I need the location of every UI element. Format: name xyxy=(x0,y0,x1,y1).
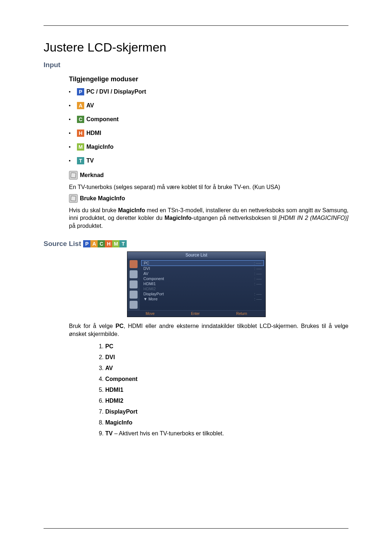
list-item: MagicInfo xyxy=(105,419,348,426)
list-item: HDMI1 xyxy=(105,387,348,393)
list-item: AV xyxy=(105,365,348,372)
osd-name: Component xyxy=(143,276,164,281)
osd-name: DisplayPort xyxy=(143,292,164,296)
mode-item-tv: T TV xyxy=(69,157,348,164)
list-label: DVI xyxy=(105,354,115,360)
mode-label: AV xyxy=(86,102,94,109)
badge-h-icon: H xyxy=(105,240,112,247)
list-text: – Aktivert hvis en TV-tunerboks er tilko… xyxy=(113,430,224,436)
osd-name: ▼ More xyxy=(143,297,158,301)
bullet-icon xyxy=(69,91,70,93)
mode-label: Component xyxy=(86,116,119,123)
mode-item-hdmi: H HDMI xyxy=(69,130,348,137)
magicinfo-header: Bruke MagicInfo xyxy=(69,194,348,203)
list-label: AV xyxy=(105,365,113,371)
note-text: En TV-tunerboks (selges separat) må være… xyxy=(69,183,348,191)
mode-label: HDMI xyxy=(86,130,101,136)
badge-c-icon: C xyxy=(77,116,84,123)
bullet-icon xyxy=(69,146,70,148)
bullet-icon xyxy=(69,132,70,134)
osd-row: Component: ---- xyxy=(141,276,264,281)
text-bold: MagicInfo xyxy=(118,207,145,213)
source-description: Bruk for å velge PC, HDMI eller andre ek… xyxy=(69,322,348,338)
list-label: PC xyxy=(105,343,113,349)
numbered-list: PC DVI AV Component HDMI1 HDMI2 DisplayP… xyxy=(94,343,348,437)
text-span: Bruk for å velge xyxy=(69,323,115,329)
list-label: HDMI1 xyxy=(105,387,123,393)
note-block: Merknad En TV-tunerboks (selges separat)… xyxy=(69,171,348,230)
osd-list: PC: ---- DVI: ---- AV: ---- Component: -… xyxy=(140,259,265,310)
badge-a-icon: A xyxy=(77,102,84,109)
osd-val: : ---- xyxy=(254,261,261,265)
osd-panel: Source List PC: ---- DVI: ---- AV: ---- … xyxy=(127,251,266,317)
osd-name: HDMI1 xyxy=(143,282,156,286)
list-item: DisplayPort xyxy=(105,409,348,415)
source-list-title: Source List xyxy=(44,240,81,248)
note-label: Merknad xyxy=(80,172,104,178)
list-item: DVI xyxy=(105,354,348,361)
bullet-icon xyxy=(69,160,70,161)
osd-screenshot: Source List PC: ---- DVI: ---- AV: ---- … xyxy=(127,251,348,317)
badge-p-icon: P xyxy=(83,240,90,247)
osd-body: PC: ---- DVI: ---- AV: ---- Component: -… xyxy=(127,259,265,310)
badge-h-icon: H xyxy=(77,130,84,137)
text-bold: PC xyxy=(115,323,123,329)
mode-item-av: A AV xyxy=(69,102,348,109)
osd-move: Move xyxy=(146,312,154,316)
text-span: Hvis du skal bruke xyxy=(69,207,118,213)
badge-m-icon: M xyxy=(77,143,84,151)
osd-row: DisplayPort: ---- xyxy=(141,291,264,296)
osd-val: : ---- xyxy=(254,282,262,286)
badge-p-icon: P xyxy=(77,88,84,95)
osd-side-icon xyxy=(130,260,138,268)
osd-name: HDMI2 xyxy=(143,287,156,291)
osd-side-icon xyxy=(130,280,138,288)
mode-item-component: C Component xyxy=(69,116,348,123)
osd-return: Return xyxy=(236,312,247,316)
note-icon xyxy=(69,171,78,180)
badge-m-icon: M xyxy=(112,240,119,247)
osd-val: : ---- xyxy=(254,276,262,281)
source-list-heading: Source List P A C H M T xyxy=(44,240,348,248)
badge-t-icon: T xyxy=(119,240,127,247)
text-italic: [HDMI IN 2 (MAGICINFO)] xyxy=(279,215,348,221)
mode-label: PC / DVI / DisplayPort xyxy=(86,89,146,95)
osd-side-icon xyxy=(130,270,138,278)
source-description-block: Bruk for å velge PC, HDMI eller andre ek… xyxy=(69,322,348,436)
osd-name: DVI xyxy=(143,266,150,271)
osd-val: : ---- xyxy=(254,271,262,276)
osd-row: AV: ---- xyxy=(141,271,264,276)
osd-val: : ---- xyxy=(254,292,262,296)
osd-enter: Enter xyxy=(191,312,200,316)
bullet-icon xyxy=(69,119,70,120)
note-icon xyxy=(69,194,78,203)
osd-val: : ---- xyxy=(254,297,262,301)
section-input: Input xyxy=(44,61,348,69)
list-item: PC xyxy=(105,343,348,350)
text-span: på produktet. xyxy=(69,223,103,229)
osd-name: PC xyxy=(144,261,149,265)
list-item: HDMI2 xyxy=(105,398,348,404)
page-title: Justere LCD-skjermen xyxy=(44,40,348,54)
list-label: DisplayPort xyxy=(105,409,138,415)
list-label: MagicInfo xyxy=(105,419,132,426)
list-label: Component xyxy=(105,376,138,382)
osd-name: AV xyxy=(143,271,148,276)
mode-label: MagicInfo xyxy=(86,144,114,150)
list-label: TV xyxy=(105,430,113,436)
badge-t-icon: T xyxy=(77,157,84,164)
osd-icon-col xyxy=(127,259,140,310)
osd-row: ▼ More: ---- xyxy=(141,296,264,301)
osd-side-icon xyxy=(130,291,138,299)
osd-side-icon xyxy=(130,301,138,309)
document-page: Justere LCD-skjermen Input Tilgjengelige… xyxy=(0,0,392,554)
top-rule xyxy=(44,25,348,26)
magicinfo-text: Hvis du skal bruke MagicInfo med en TSn-… xyxy=(69,206,348,230)
badge-strip: P A C H M T xyxy=(83,240,127,247)
list-label: HDMI2 xyxy=(105,398,123,404)
subsection-modes: Tilgjengelige moduser xyxy=(69,75,348,83)
list-item: Component xyxy=(105,376,348,382)
bullet-icon xyxy=(69,105,70,106)
text-span: -utgangen på nettverksboksen til xyxy=(192,215,279,221)
mode-list: P PC / DVI / DisplayPort A AV C Componen… xyxy=(69,88,348,164)
